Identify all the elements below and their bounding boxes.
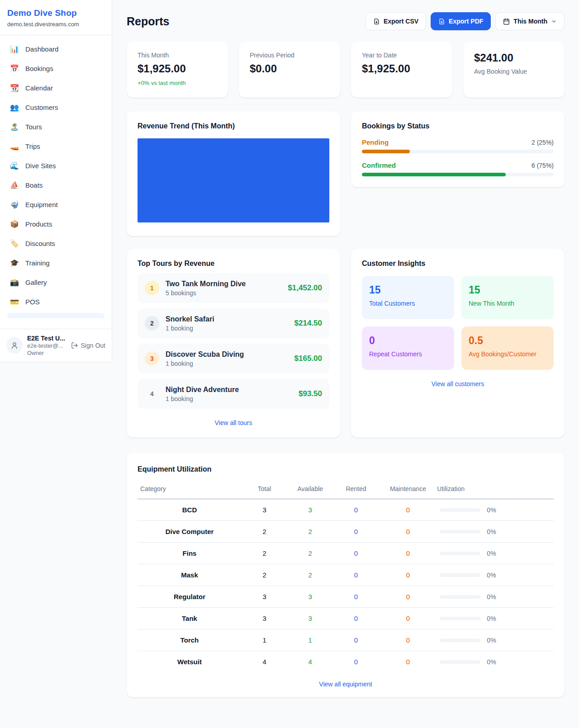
- tile-label: Repeat Customers: [369, 350, 447, 358]
- cell-available: 4: [287, 651, 333, 673]
- view-all-customers-link[interactable]: View all customers: [432, 380, 484, 388]
- cell-total: 2: [242, 564, 287, 586]
- sidebar-item-equipment[interactable]: 🤿 Equipment: [4, 196, 108, 213]
- stat-card-previous-period: Previous Period $0.00: [239, 42, 340, 98]
- sidebar-item-calendar[interactable]: 📆 Calendar: [4, 80, 108, 96]
- tour-list-item: 3 Discover Scuba Diving 1 booking $165.0…: [138, 344, 329, 373]
- stat-label: Previous Period: [250, 52, 329, 59]
- cell-utilization: 0%: [437, 651, 554, 673]
- cell-rented: 0: [333, 543, 379, 564]
- sidebar: Demo Dive Shop demo.test.divestreams.com…: [0, 0, 112, 362]
- tile-label: Avg Bookings/Customer: [469, 350, 546, 358]
- sidebar-item-pos[interactable]: 💳 POS: [4, 293, 108, 310]
- progress-track: [362, 150, 554, 153]
- cell-utilization: 0%: [437, 608, 554, 629]
- sidebar-item-label: Customers: [25, 104, 58, 111]
- progress-track: [362, 173, 554, 176]
- sidebar-item-dive-sites[interactable]: 🌊 Dive Sites: [4, 157, 108, 174]
- progress-fill: [362, 173, 506, 176]
- col-category: Category: [138, 481, 242, 499]
- period-dropdown[interactable]: This Month: [495, 12, 565, 30]
- col-utilization: Utilization: [437, 481, 554, 499]
- table-row: Fins2200 0%: [138, 543, 554, 564]
- cell-available: 3: [287, 499, 333, 521]
- shop-domain: demo.test.divestreams.com: [7, 21, 104, 28]
- tour-name: Two Tank Morning Dive: [166, 280, 281, 288]
- status-count: 2 (25%): [532, 139, 554, 146]
- sidebar-item-label: Dive Sites: [25, 162, 56, 170]
- tile-repeat-customers: 0 Repeat Customers: [362, 326, 454, 370]
- utilization-percent: 0%: [487, 572, 496, 579]
- customers-icon: 👥: [10, 103, 19, 112]
- header-actions: Export CSV Export PDF This Month: [365, 12, 565, 30]
- stats-row: This Month $1,925.00 +0% vs last month P…: [127, 42, 565, 98]
- stat-value: $0.00: [250, 62, 329, 75]
- cell-category: Wetsuit: [138, 651, 242, 673]
- sign-out-button[interactable]: Sign Out: [71, 342, 105, 349]
- col-total: Total: [242, 481, 287, 499]
- sidebar-item-bookings[interactable]: 📅 Bookings: [4, 60, 108, 77]
- view-all-equipment-link[interactable]: View all equipment: [319, 681, 372, 688]
- status-label: Pending: [362, 138, 389, 146]
- sidebar-item-label: Tours: [25, 123, 42, 131]
- cell-maintenance: 0: [379, 564, 437, 586]
- sidebar-item-reports-partial[interactable]: [7, 313, 104, 318]
- tour-name: Discover Scuba Diving: [166, 350, 288, 359]
- cell-rented: 0: [333, 499, 379, 521]
- user-role: Owner: [27, 350, 66, 356]
- cell-maintenance: 0: [379, 521, 437, 543]
- cell-rented: 0: [333, 521, 379, 543]
- sidebar-item-gallery[interactable]: 📸 Gallery: [4, 274, 108, 291]
- col-available: Available: [287, 481, 333, 499]
- cell-available: 2: [287, 543, 333, 564]
- sidebar-item-label: Boats: [25, 181, 43, 189]
- wave-icon: 🌊: [10, 161, 19, 170]
- sidebar-item-label: Equipment: [25, 201, 58, 208]
- cell-maintenance: 0: [379, 629, 437, 651]
- cell-utilization: 0%: [437, 629, 554, 651]
- cell-rented: 0: [333, 564, 379, 586]
- sidebar-item-customers[interactable]: 👥 Customers: [4, 99, 108, 116]
- tour-list-item: 4 Night Dive Adventure 1 booking $93.50: [138, 379, 329, 409]
- revenue-trend-card: Revenue Trend (This Month): [127, 111, 340, 236]
- status-row-pending: Pending 2 (25%): [362, 138, 554, 153]
- credit-card-icon: 💳: [10, 298, 19, 306]
- user-meta: E2E Test U... e2e-tester@... Owner: [27, 335, 66, 356]
- sidebar-item-boats[interactable]: ⛵ Boats: [4, 177, 108, 194]
- cell-utilization: 0%: [437, 543, 554, 564]
- equipment-table-body: BCD3300 0% Dive Computer2200 0% Fins2200: [138, 499, 554, 673]
- sidebar-item-training[interactable]: 🎓 Training: [4, 255, 108, 271]
- bookings-by-status-title: Bookings by Status: [362, 122, 554, 130]
- sidebar-item-tours[interactable]: 🏝️ Tours: [4, 118, 108, 135]
- main-content: Reports Export CSV Export PDF This Month: [112, 0, 579, 697]
- utilization-bar: [440, 552, 480, 555]
- table-row: Torch1100 0%: [138, 629, 554, 651]
- utilization-bar: [440, 617, 480, 620]
- cell-total: 2: [242, 543, 287, 564]
- export-pdf-label: Export PDF: [449, 18, 483, 25]
- rank-badge: 4: [145, 387, 159, 401]
- bookings-calendar-icon: 📅: [10, 64, 19, 73]
- user-area: E2E Test U... e2e-tester@... Owner Sign …: [0, 329, 112, 362]
- stat-card-year-to-date: Year to Date $1,925.00: [351, 42, 452, 98]
- sidebar-item-dashboard[interactable]: 📊 Dashboard: [4, 41, 108, 57]
- cell-total: 2: [242, 521, 287, 543]
- page-title: Reports: [127, 15, 169, 28]
- utilization-percent: 0%: [487, 528, 496, 535]
- page-header: Reports Export CSV Export PDF This Month: [127, 12, 565, 31]
- sidebar-item-products[interactable]: 📦 Products: [4, 216, 108, 232]
- stat-label: This Month: [138, 52, 217, 59]
- tour-list-item: 1 Two Tank Morning Dive 5 bookings $1,45…: [138, 273, 329, 303]
- tile-new-this-month: 15 New This Month: [461, 276, 554, 319]
- tile-total-customers: 15 Total Customers: [362, 276, 454, 319]
- equipment-utilization-title: Equipment Utilization: [138, 465, 554, 473]
- tile-value: 15: [369, 284, 447, 296]
- tour-name: Snorkel Safari: [166, 315, 288, 323]
- sidebar-item-label: Training: [25, 259, 50, 267]
- export-csv-button[interactable]: Export CSV: [365, 12, 426, 30]
- sidebar-item-discounts[interactable]: 🏷️ Discounts: [4, 235, 108, 252]
- sidebar-item-trips[interactable]: 🚤 Trips: [4, 138, 108, 155]
- view-all-tours-link[interactable]: View all tours: [214, 419, 252, 426]
- export-pdf-button[interactable]: Export PDF: [431, 12, 491, 30]
- cell-rented: 0: [333, 629, 379, 651]
